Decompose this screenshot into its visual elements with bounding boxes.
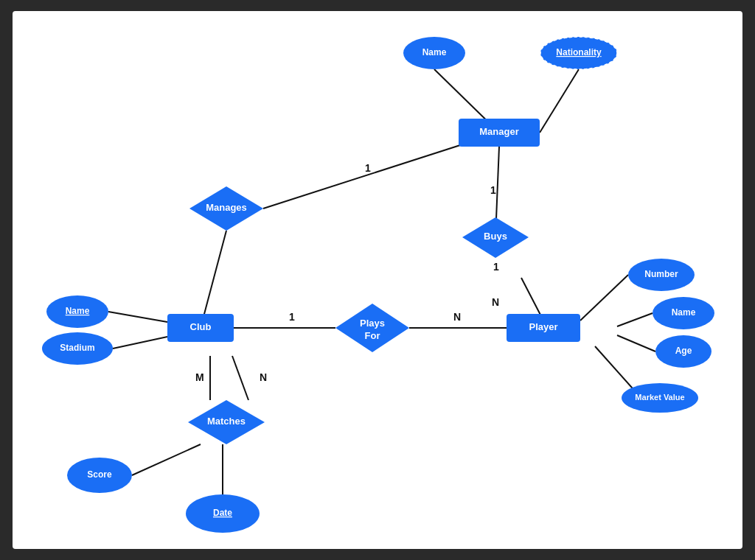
svg-line-6 (113, 337, 167, 349)
relationship-matches-label: Matches (207, 416, 246, 427)
cardinality-matches-n: N (260, 371, 267, 383)
svg-line-11 (617, 313, 653, 326)
attribute-player-name-label: Name (672, 307, 696, 318)
relationship-playsfor: Plays For (335, 304, 409, 352)
svg-line-10 (580, 275, 628, 321)
svg-line-1 (540, 69, 579, 133)
entity-player-label: Player (529, 321, 557, 332)
relationship-playsfor-label2: For (365, 330, 380, 341)
svg-line-4 (201, 231, 226, 328)
cardinality-playsfor-club: 1 (289, 311, 295, 323)
svg-line-15 (232, 356, 248, 400)
relationship-buys-label: Buys (484, 231, 507, 242)
cardinality-buys-manager: 1 (493, 261, 499, 273)
svg-line-16 (132, 444, 201, 475)
relationship-matches: Matches (188, 400, 265, 444)
svg-line-13 (595, 346, 638, 394)
attribute-manager-name: Name (403, 37, 465, 69)
entity-manager-label: Manager (479, 126, 518, 137)
svg-line-12 (617, 335, 655, 351)
attribute-matches-score-label: Score (87, 469, 112, 480)
attribute-manager-name-label: Name (422, 47, 447, 57)
attribute-manager-nationality-label: Nationality (556, 47, 602, 57)
entity-manager: Manager (459, 119, 540, 147)
relationship-playsfor-label: Plays (360, 318, 385, 329)
attribute-player-age: Age (655, 335, 711, 368)
attribute-player-name: Name (653, 297, 714, 329)
attribute-player-number: Number (628, 259, 695, 291)
cardinality-matches-m: M (195, 371, 204, 383)
svg-line-5 (108, 312, 167, 322)
cardinality-playsfor-player: N (453, 311, 461, 323)
attribute-player-marketvalue-label: Market Value (635, 393, 684, 402)
attribute-club-name-label: Name (66, 306, 90, 316)
attribute-player-marketvalue: Market Value (622, 383, 698, 413)
relationship-manages-label: Manages (206, 202, 247, 213)
entity-club-label: Club (190, 321, 212, 332)
relationship-buys: Buys (462, 217, 529, 258)
cardinality-manages-club: 1 (365, 162, 371, 174)
cardinality-buys-player: N (492, 296, 499, 308)
attribute-club-stadium-label: Stadium (60, 343, 94, 353)
attribute-matches-date-label: Date (213, 508, 232, 518)
attribute-matches-score: Score (67, 458, 132, 493)
attribute-club-stadium: Stadium (42, 332, 113, 365)
attribute-manager-nationality: Nationality (540, 37, 617, 69)
attribute-club-name: Name (46, 295, 108, 328)
relationship-manages: Manages (189, 186, 263, 231)
attribute-matches-date: Date (186, 494, 260, 533)
entity-club: Club (167, 314, 234, 342)
attribute-player-age-label: Age (675, 346, 692, 356)
cardinality-manages-manager: 1 (490, 184, 496, 196)
entity-player: Player (507, 314, 580, 342)
er-diagram-canvas: Manager Club Player Manages Buys Plays F… (13, 11, 742, 549)
attribute-player-number-label: Number (644, 269, 678, 279)
